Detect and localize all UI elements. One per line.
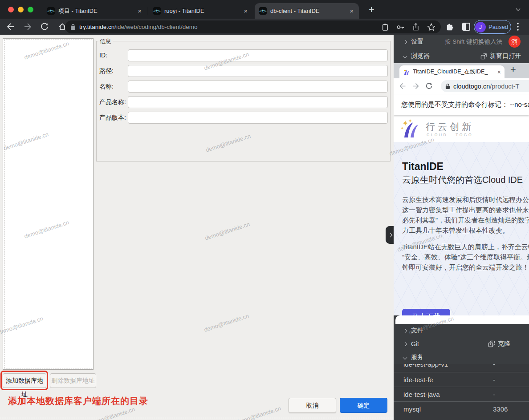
brand-name-en: CLOUD · TOGO	[427, 133, 473, 137]
hero-paragraph-line: 钟即可安装好，开启您的全云端开发之旅！	[402, 263, 529, 272]
id-input[interactable]	[128, 49, 388, 61]
browser-menu-dots-icon[interactable]	[517, 22, 519, 33]
product-name-label: 产品名称:	[99, 98, 126, 106]
mini-url-path: /product-T	[490, 83, 519, 90]
ime-hint-text: 按 Shift 键切换输入法	[445, 38, 502, 46]
service-port: -	[493, 391, 495, 398]
hero-paragraph-line: 力工具几十年未曾发生根本性改变。	[402, 226, 529, 235]
extensions-puzzle-icon[interactable]	[445, 22, 455, 33]
open-new-window-label: 新窗口打开	[490, 52, 521, 60]
browser-tab-1[interactable]: <t> 项目 - TitanIDE ×	[43, 3, 147, 19]
product-name-input[interactable]	[128, 96, 388, 108]
red-annotation-text: 添加本地数据库客户端所在的目录	[8, 395, 148, 407]
confirm-button[interactable]: 确定	[340, 398, 387, 413]
demo-badge: 演	[509, 36, 521, 48]
service-row[interactable]: ide-test-java -	[394, 387, 529, 401]
service-row[interactable]: mysql 3306	[394, 401, 529, 420]
browser-tab-bar: <t> 项目 - TitanIDE × <t> ruoyi - TitanIDE…	[0, 0, 529, 19]
info-groupbox: 信息 ID: 路径: 名称: 产品名称: 产品版本:	[96, 41, 391, 162]
back-icon[interactable]	[6, 22, 15, 31]
name-input[interactable]	[128, 81, 388, 93]
new-tab-button[interactable]: +	[369, 4, 374, 16]
tab-close-icon[interactable]: ×	[137, 8, 142, 14]
hero-subtitle: 云原生时代您的首选Cloud IDE	[402, 174, 523, 186]
browser-tab-active[interactable]: <t> db-client - TitanIDE ×	[255, 3, 359, 19]
add-database-address-button[interactable]: 添加数据库地址	[3, 373, 46, 388]
hero-paragraph-line: “安全、高效、体验”这三个维度取得平衡。最快5分	[402, 253, 529, 262]
address-bar[interactable]: try.titanide.cn/ide/web/coding/db-client…	[65, 20, 441, 33]
profile-avatar: J	[475, 22, 486, 32]
mini-https-lock-icon	[445, 83, 450, 89]
browser-section-header[interactable]: 浏览器 新窗口打开	[394, 49, 529, 63]
product-version-input[interactable]	[128, 112, 388, 124]
tab-separator	[148, 7, 148, 15]
mini-browser-tab[interactable]: TitanIDE_CloudIDE_在线IDE_ ×	[399, 65, 505, 78]
tab-close-icon[interactable]: ×	[349, 8, 354, 14]
reload-icon[interactable]	[40, 22, 49, 31]
clone-icon	[488, 340, 495, 347]
git-section-header[interactable]: Git 克隆	[394, 337, 529, 351]
services-section-header[interactable]: 服务	[394, 351, 529, 364]
mini-new-tab-button[interactable]: +	[510, 64, 516, 75]
cancel-button[interactable]: 取消	[289, 398, 336, 413]
password-key-icon[interactable]	[396, 23, 405, 31]
forward-icon[interactable]	[23, 22, 32, 31]
tab-search-chevron-down-icon[interactable]	[516, 7, 521, 11]
dialog-bottom-edge	[0, 418, 394, 418]
chevron-right-icon	[403, 342, 407, 346]
info-group-title: 信息	[98, 37, 113, 45]
git-clone-label: 克隆	[498, 340, 510, 348]
database-address-list[interactable]	[3, 38, 94, 370]
services-list: ide-test-app-v1 - ide-test-fe - ide-test…	[394, 359, 529, 420]
mini-reload-icon[interactable]	[425, 82, 433, 90]
sandbox-warning-bar: 您使用的是不受支持的命令行标记： --no-sandbox	[394, 94, 529, 115]
mini-address-bar[interactable]: cloudtogo.cn/product-T	[441, 80, 529, 92]
service-row[interactable]: ide-test-fe -	[394, 372, 529, 387]
share-icon[interactable]	[412, 23, 419, 31]
service-name: ide-test-fe	[403, 376, 433, 384]
service-port: 3306	[493, 405, 508, 413]
tab-title: 项目 - TitanIDE	[58, 7, 137, 15]
hero-paragraph-line: 必先利其器”，我们开发者在创造灿烂的数字化世界的同时，自己的生产	[402, 216, 529, 225]
tab-title: ruoyi - TitanIDE	[164, 8, 243, 14]
chevron-right-icon	[388, 233, 392, 237]
hero-title: TitanIDE	[402, 161, 444, 173]
mini-browser-toolbar: cloudtogo.cn/product-T	[394, 78, 529, 94]
bookmark-star-icon[interactable]	[427, 23, 435, 31]
git-clone-button[interactable]: 克隆	[488, 337, 510, 351]
panel-collapse-handle[interactable]	[386, 226, 394, 244]
screenshot: <t> 项目 - TitanIDE × <t> ruoyi - TitanIDE…	[0, 0, 529, 420]
mini-tab-title: TitanIDE_CloudIDE_在线IDE_	[413, 68, 497, 76]
open-new-window-button[interactable]: 新窗口打开	[480, 52, 521, 60]
mac-minimize-button[interactable]	[18, 7, 24, 12]
path-label: 路径:	[99, 67, 114, 75]
files-section-header[interactable]: 文件	[394, 324, 529, 337]
tab-close-icon[interactable]: ×	[243, 8, 248, 14]
chevron-down-icon	[403, 355, 407, 359]
titanide-favicon-icon: <t>	[47, 7, 55, 15]
profile-paused-pill[interactable]: J Paused	[474, 20, 511, 34]
side-panel-icon[interactable]	[462, 23, 470, 31]
delete-database-address-button[interactable]: 删除数据库地址	[50, 373, 96, 388]
service-name: mysql	[403, 405, 421, 413]
mini-url-host: cloudtogo.cn	[453, 83, 490, 90]
titanide-favicon-icon: <t>	[153, 7, 161, 15]
mac-zoom-button[interactable]	[28, 7, 33, 12]
settings-label: 设置	[411, 38, 423, 46]
url-host: try.titanide.cn	[79, 24, 114, 30]
chevron-down-icon	[403, 54, 407, 58]
mini-forward-icon[interactable]	[412, 82, 419, 90]
page-bottom-strip	[395, 315, 529, 324]
hero-paragraph-line: TitanIDE站在无数巨人的肩膀上，补齐全云端开发的最后一块拼图，在	[402, 243, 529, 251]
cloudtogo-favicon-icon	[403, 69, 410, 76]
browser-tab-2[interactable]: <t> ruoyi - TitanIDE ×	[149, 3, 253, 19]
mini-back-icon[interactable]	[399, 82, 407, 90]
clipboard-icon[interactable]	[382, 23, 389, 31]
db-client-dialog: 信息 ID: 路径: 名称: 产品名称: 产品版本: 添加数据库地址	[0, 35, 394, 420]
id-label: ID:	[99, 52, 107, 59]
mini-tab-close-icon[interactable]: ×	[497, 69, 501, 76]
mac-close-button[interactable]	[8, 7, 14, 12]
chevron-right-icon	[403, 40, 407, 44]
git-section-label: Git	[411, 340, 419, 347]
path-input[interactable]	[128, 65, 388, 77]
